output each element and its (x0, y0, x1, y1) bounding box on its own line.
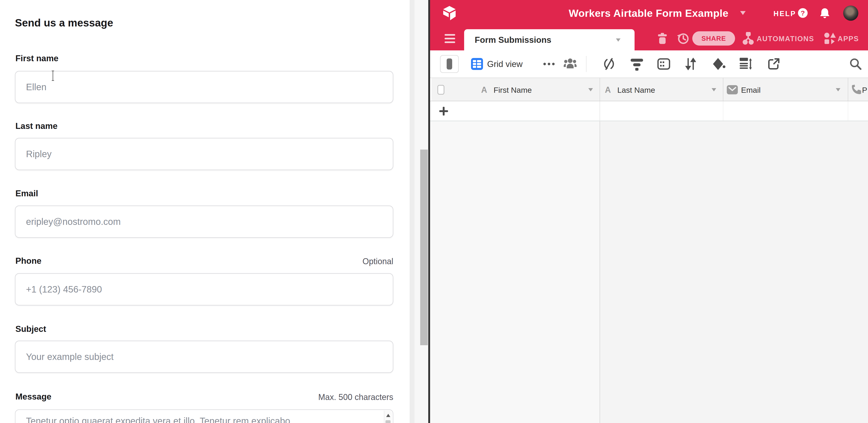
column-separator (848, 101, 848, 121)
grid-view-icon (471, 58, 483, 70)
airtable-pane: Workers Airtable Form Example HELP ? For… (430, 0, 868, 423)
field-type-text-icon: A (481, 85, 487, 95)
message-placeholder-text: Tenetur optio quaerat expedita vera et i… (26, 416, 290, 423)
collaborators-icon[interactable] (563, 58, 577, 70)
email-field-icon (727, 85, 738, 95)
tab-form-submissions[interactable]: Form Submissions (464, 29, 634, 51)
search-icon[interactable] (849, 58, 862, 70)
left-pane-scroll-thumb[interactable] (420, 150, 428, 345)
filter-icon[interactable] (631, 59, 643, 71)
text-cursor-icon (51, 70, 55, 81)
email-input[interactable] (15, 206, 393, 238)
view-name[interactable]: Grid view (487, 59, 523, 69)
message-textarea[interactable]: Tenetur optio quaerat expedita vera et i… (15, 410, 393, 423)
color-icon[interactable] (712, 58, 725, 70)
tab-chevron-down-icon[interactable] (616, 38, 621, 42)
contact-form-pane: Send us a message First name Last name E… (0, 0, 410, 423)
phone-input[interactable] (15, 273, 393, 305)
table-empty-canvas (430, 121, 868, 423)
pane-gutter (410, 0, 414, 423)
more-ellipsis-icon[interactable] (543, 63, 555, 65)
avatar[interactable] (843, 5, 858, 21)
row-height-icon[interactable] (740, 58, 752, 70)
automations-icon[interactable] (742, 32, 754, 45)
tab-label: Form Submissions (475, 35, 551, 45)
share-button[interactable]: SHARE (692, 31, 735, 46)
table-header-row: A First Name A Last Name Email P (430, 78, 868, 101)
group-icon[interactable] (657, 58, 670, 70)
phone-field-icon (851, 85, 862, 95)
hide-fields-icon[interactable] (603, 58, 615, 70)
window-divider (428, 0, 430, 423)
base-title-chevron-down-icon[interactable] (740, 11, 746, 15)
hamburger-menu-icon[interactable] (444, 34, 455, 43)
last-name-input[interactable] (15, 138, 393, 170)
first-name-label: First name (16, 54, 245, 63)
svg-text:?: ? (801, 9, 805, 17)
last-name-label: Last name (16, 121, 245, 131)
airtable-logo-icon[interactable] (443, 6, 456, 21)
help-button[interactable]: HELP (773, 10, 796, 18)
primary-column-boundary (599, 121, 600, 423)
table-left-edge (430, 78, 431, 101)
history-icon[interactable] (677, 32, 689, 44)
field-type-text-icon: A (605, 85, 611, 95)
base-title[interactable]: Workers Airtable Form Example (534, 7, 764, 19)
textarea-scrollbar[interactable] (384, 411, 392, 423)
share-view-icon[interactable] (768, 58, 780, 70)
views-sidebar-toggle-button[interactable] (440, 55, 459, 73)
share-label: SHARE (702, 35, 726, 42)
view-toolbar: Grid view (430, 51, 868, 78)
first-name-input[interactable] (15, 71, 393, 103)
column-separator (599, 101, 600, 121)
add-record-plus-icon[interactable] (439, 107, 448, 116)
trash-icon[interactable] (657, 32, 668, 44)
primary-column-area (430, 121, 599, 423)
select-all-checkbox[interactable] (437, 85, 444, 95)
column-separator[interactable] (848, 78, 848, 101)
subject-input[interactable] (15, 341, 393, 373)
bell-icon[interactable] (819, 7, 830, 19)
message-maxchars-note: Max. 500 characters (15, 392, 393, 402)
column-chevron-down-icon[interactable] (588, 88, 593, 91)
apps-icon[interactable] (824, 32, 836, 44)
sidebar-panel-icon (447, 58, 452, 69)
toolbar-divider (586, 56, 587, 72)
airtable-top-bar: Workers Airtable Form Example HELP ? (430, 0, 868, 27)
phone-optional-note: Optional (15, 256, 393, 266)
column-header-email[interactable]: Email (741, 86, 761, 95)
email-label: Email (16, 189, 245, 199)
automations-button[interactable]: AUTOMATIONS (757, 35, 814, 43)
column-header-phone-partial[interactable]: P (862, 86, 867, 95)
column-chevron-down-icon[interactable] (836, 88, 840, 91)
add-record-row[interactable] (430, 101, 868, 121)
scroll-up-arrow-icon[interactable] (386, 414, 390, 417)
table-tabs-bar: Form Submissions SHARE (430, 27, 868, 51)
column-separator (723, 101, 723, 121)
textarea-scroll-thumb[interactable] (385, 420, 391, 423)
sort-icon[interactable] (685, 58, 696, 70)
column-header-first-name[interactable]: First Name (494, 86, 532, 95)
column-chevron-down-icon[interactable] (712, 88, 716, 91)
column-header-last-name[interactable]: Last Name (617, 86, 655, 95)
column-separator[interactable] (723, 78, 723, 101)
column-separator[interactable] (599, 78, 600, 101)
apps-button[interactable]: APPS (838, 35, 859, 43)
help-circle-icon[interactable]: ? (798, 8, 808, 18)
form-title: Send us a message (15, 17, 113, 29)
subject-label: Subject (16, 324, 245, 334)
